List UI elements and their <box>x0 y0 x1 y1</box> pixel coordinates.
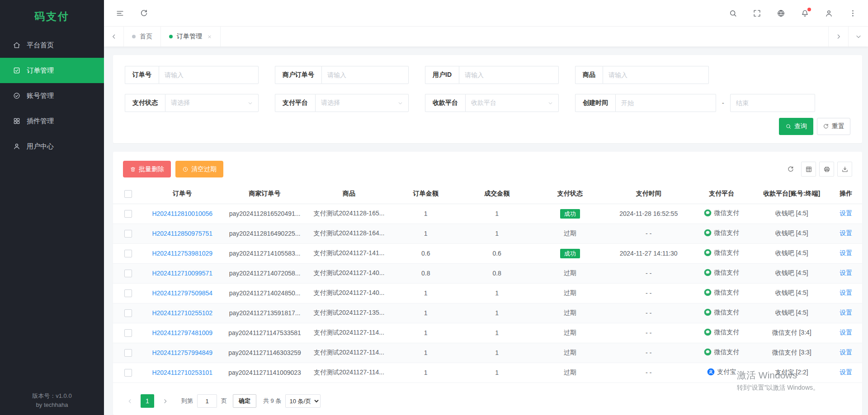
select-all-checkbox[interactable] <box>124 190 132 198</box>
filter-create-time: 创建时间 - <box>575 94 815 112</box>
row-checkbox[interactable] <box>124 250 132 257</box>
order-no-link[interactable]: H2024112710099571 <box>152 270 212 277</box>
filter-select[interactable]: 请选择 <box>315 94 409 112</box>
search-button-icon <box>785 123 792 130</box>
order-no-link[interactable]: H2024112850975751 <box>152 230 212 237</box>
sidebar-item-orders[interactable]: 订单管理 <box>0 58 104 83</box>
filter-text-input[interactable] <box>459 66 559 84</box>
order-amount: 0.6 <box>390 243 461 263</box>
order-no-link[interactable]: H2024112810010056 <box>152 210 212 217</box>
column-header: 支付状态 <box>533 184 608 204</box>
chevron-down-icon <box>397 100 403 106</box>
table-row: H2024112710253101 pay202411271141009023 … <box>113 363 862 382</box>
collapse-sidebar-icon[interactable] <box>116 9 124 18</box>
table-row: H2024112710255102 pay2024112713591817...… <box>113 303 862 323</box>
tabbar: 首页 订单管理 <box>104 27 868 47</box>
filter-text-input[interactable] <box>603 66 709 84</box>
reset-button[interactable]: 重置 <box>817 118 850 135</box>
clear-expired-button[interactable]: 清空过期 <box>175 161 223 177</box>
order-no-link[interactable]: H2024112753981029 <box>152 250 212 257</box>
date-start-input[interactable] <box>615 94 716 112</box>
row-settings-link[interactable]: 设置 <box>840 289 852 296</box>
pay-time: 2024-11-27 14:11:30 <box>608 243 690 263</box>
date-end-input[interactable] <box>730 94 815 112</box>
pagination: 1 到第 页 确定 共 9 条 10 条/页 <box>113 388 862 415</box>
prev-page-icon[interactable] <box>123 394 137 408</box>
receiver-platform: 收钱吧 [4:5] <box>754 283 830 303</box>
row-settings-link[interactable]: 设置 <box>840 249 852 256</box>
filter-text-input[interactable] <box>321 66 409 84</box>
wechat-pay-icon <box>704 328 712 336</box>
product-name: 支付测试20241127-114... <box>308 323 390 343</box>
wechat-pay-icon <box>704 229 712 237</box>
language-globe-icon[interactable] <box>777 9 785 18</box>
user-icon[interactable] <box>825 9 833 18</box>
row-checkbox[interactable] <box>124 309 132 317</box>
more-menu-icon[interactable] <box>849 9 857 18</box>
pay-time: - - <box>608 363 690 382</box>
table-print-icon[interactable] <box>819 162 834 177</box>
filter-text-input[interactable] <box>159 66 259 84</box>
tab-0[interactable]: 首页 <box>124 27 161 47</box>
row-checkbox[interactable] <box>124 270 132 277</box>
tabs-scroll-left-icon[interactable] <box>104 27 124 47</box>
row-checkbox[interactable] <box>124 349 132 357</box>
total-count-label: 共 9 条 <box>263 397 281 405</box>
next-page-icon[interactable] <box>158 394 172 408</box>
row-settings-link[interactable]: 设置 <box>840 229 852 237</box>
status-text-expired: 过期 <box>564 289 576 296</box>
filter-panel: 订单号 商户订单号 用户ID 商品 支付状态 请选择 支付平台 <box>113 55 862 143</box>
merchant-order-no: pay202411271147533581 <box>222 323 308 343</box>
row-settings-link[interactable]: 设置 <box>840 329 852 336</box>
table-columns-icon[interactable] <box>801 162 816 177</box>
order-no-link[interactable]: H2024112710255102 <box>152 309 212 317</box>
order-amount: 1 <box>390 343 461 363</box>
search-button[interactable]: 查询 <box>779 118 813 135</box>
row-checkbox[interactable] <box>124 329 132 337</box>
row-settings-link[interactable]: 设置 <box>840 309 852 316</box>
refresh-page-icon[interactable] <box>140 9 148 18</box>
row-settings-link[interactable]: 设置 <box>840 368 852 376</box>
tab-1[interactable]: 订单管理 <box>161 27 221 47</box>
sidebar-item-usercenter[interactable]: 用户中心 <box>0 134 104 159</box>
row-checkbox[interactable] <box>124 230 132 238</box>
tabs-menu-icon[interactable] <box>848 27 868 47</box>
sidebar-item-accounts[interactable]: 账号管理 <box>0 83 104 108</box>
sidebar-item-plugins[interactable]: 插件管理 <box>0 108 104 134</box>
status-badge-success: 成功 <box>560 209 580 219</box>
filter-group: 收款平台 收款平台 <box>425 94 559 112</box>
tab-close-icon[interactable] <box>207 34 212 39</box>
row-checkbox[interactable] <box>124 369 132 377</box>
goto-page-input[interactable] <box>197 394 217 408</box>
row-checkbox[interactable] <box>124 289 132 297</box>
paid-amount: 0.6 <box>461 243 532 263</box>
tabs-scroll-right-icon[interactable] <box>828 27 848 47</box>
filter-label: 创建时间 <box>575 94 615 112</box>
order-amount: 0.8 <box>390 263 461 283</box>
filter-select[interactable]: 请选择 <box>165 94 259 112</box>
table-refresh-icon[interactable] <box>783 162 798 177</box>
status-text-expired: 过期 <box>564 229 576 237</box>
order-no-link[interactable]: H2024112797509854 <box>152 289 212 297</box>
filter-label: 商品 <box>575 66 603 84</box>
order-no-link[interactable]: H2024112797481009 <box>152 329 212 336</box>
fullscreen-icon[interactable] <box>753 9 761 18</box>
goto-confirm-button[interactable]: 确定 <box>233 394 256 408</box>
page-size-select[interactable]: 10 条/页 <box>285 394 321 408</box>
row-settings-link[interactable]: 设置 <box>840 269 852 276</box>
tabs: 首页 订单管理 <box>124 27 828 47</box>
order-no-link[interactable]: H2024112757994849 <box>152 349 212 356</box>
search-icon[interactable] <box>729 9 737 18</box>
table-export-icon[interactable] <box>837 162 852 177</box>
sidebar-item-home[interactable]: 平台首页 <box>0 33 104 58</box>
row-checkbox[interactable] <box>124 210 132 218</box>
filter-select[interactable]: 收款平台 <box>465 94 559 112</box>
paid-amount: 0.8 <box>461 263 532 283</box>
tab-status-dot <box>169 35 173 38</box>
batch-delete-button[interactable]: 批量删除 <box>123 161 171 177</box>
row-settings-link[interactable]: 设置 <box>840 349 852 356</box>
order-no-link[interactable]: H2024112710253101 <box>152 369 212 376</box>
current-page-button[interactable]: 1 <box>141 394 154 408</box>
notification-bell-icon[interactable] <box>801 9 809 18</box>
row-settings-link[interactable]: 设置 <box>840 210 852 217</box>
